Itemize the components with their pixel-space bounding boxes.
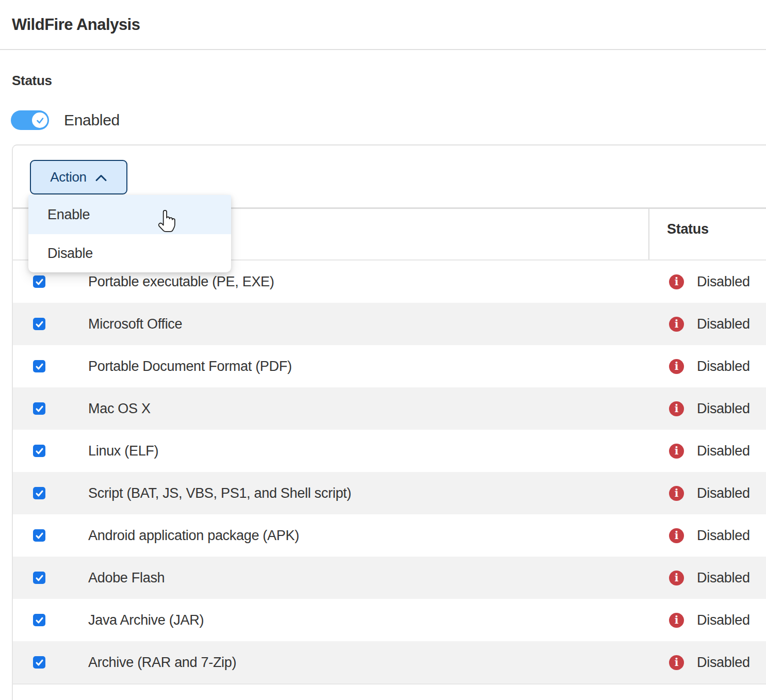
file-type-label: Portable executable (PE, EXE) (88, 274, 274, 290)
info-icon: i (669, 571, 684, 585)
row-status-cell: i Disabled (669, 316, 750, 332)
menu-item-disable[interactable]: Disable (28, 234, 231, 272)
status-value: Disabled (697, 316, 750, 332)
row-checkbox[interactable] (33, 360, 45, 372)
status-toggle[interactable] (11, 110, 49, 130)
chevron-up-icon (95, 169, 107, 185)
file-type-label: Linux (ELF) (88, 443, 158, 459)
info-icon: i (669, 317, 684, 332)
row-checkbox[interactable] (33, 572, 45, 584)
status-value: Disabled (697, 485, 750, 501)
checkbox-check-icon (35, 404, 44, 413)
file-type-label: Java Archive (JAR) (88, 612, 204, 628)
hand-cursor-icon (155, 207, 177, 234)
file-type-label: Archive (RAR and 7-Zip) (88, 655, 236, 671)
table-row: Script (BAT, JS, VBS, PS1, and Shell scr… (13, 472, 766, 514)
row-status-cell: i Disabled (669, 401, 750, 417)
row-checkbox[interactable] (33, 529, 45, 542)
status-value: Disabled (697, 655, 750, 671)
column-header-status: Status (667, 221, 709, 237)
action-button[interactable]: Action (30, 160, 127, 194)
info-icon: i (669, 401, 684, 416)
table-row: Archive (RAR and 7-Zip) i Disabled (13, 641, 766, 683)
row-status-cell: i Disabled (669, 443, 750, 459)
file-type-label: Adobe Flash (88, 570, 165, 586)
status-toggle-label: Enabled (64, 111, 120, 129)
row-checkbox[interactable] (33, 275, 45, 288)
column-divider (648, 209, 649, 259)
table-row: Portable Document Format (PDF) i Disable… (13, 345, 766, 387)
row-checkbox[interactable] (33, 656, 45, 669)
file-type-label: Android application package (APK) (88, 528, 299, 544)
checkbox-check-icon (35, 658, 44, 667)
table-row: Adobe Flash i Disabled (13, 557, 766, 599)
table-row: Mac OS X i Disabled (13, 387, 766, 430)
info-icon: i (669, 359, 684, 374)
status-value: Disabled (697, 612, 750, 628)
row-checkbox[interactable] (33, 487, 45, 499)
row-checkbox[interactable] (33, 402, 45, 415)
row-status-cell: i Disabled (669, 612, 750, 628)
status-value: Disabled (697, 359, 750, 375)
checkbox-check-icon (35, 489, 44, 498)
row-checkbox[interactable] (33, 614, 45, 626)
file-type-label: Mac OS X (88, 401, 151, 417)
action-button-label: Action (50, 169, 86, 185)
row-status-cell: i Disabled (669, 570, 750, 586)
table-row: Microsoft Office i Disabled (13, 303, 766, 345)
row-checkbox[interactable] (33, 445, 45, 457)
menu-item-enable[interactable]: Enable (28, 195, 231, 234)
row-status-cell: i Disabled (669, 528, 750, 544)
status-value: Disabled (697, 570, 750, 586)
checkbox-check-icon (35, 320, 44, 329)
status-value: Disabled (697, 443, 750, 459)
file-type-label: Portable Document Format (PDF) (88, 359, 292, 375)
row-checkbox[interactable] (33, 318, 45, 330)
row-status-cell: i Disabled (669, 359, 750, 375)
table-row: Android application package (APK) i Disa… (13, 514, 766, 557)
info-icon: i (669, 274, 684, 289)
checkbox-check-icon (35, 531, 44, 540)
info-icon: i (669, 486, 684, 501)
status-value: Disabled (697, 528, 750, 544)
status-value: Disabled (697, 401, 750, 417)
info-icon: i (669, 655, 684, 670)
info-icon: i (669, 444, 684, 459)
file-type-label: Script (BAT, JS, VBS, PS1, and Shell scr… (88, 485, 351, 501)
row-status-cell: i Disabled (669, 655, 750, 671)
checkbox-check-icon (35, 616, 44, 625)
page-header: WildFire Analysis (0, 0, 766, 50)
page-title: WildFire Analysis (12, 15, 140, 34)
row-status-cell: i Disabled (669, 485, 750, 501)
table-row: Java Archive (JAR) i Disabled (13, 599, 766, 641)
status-toggle-row: Enabled (11, 110, 120, 130)
action-menu: Enable Disable (28, 195, 231, 272)
toggle-check-icon (31, 111, 48, 129)
status-section-label: Status (12, 73, 52, 89)
info-icon: i (669, 613, 684, 628)
table-body: Portable executable (PE, EXE) i Disabled… (13, 261, 766, 685)
file-type-label: Microsoft Office (88, 316, 182, 332)
table-row: Linux (ELF) i Disabled (13, 430, 766, 472)
row-status-cell: i Disabled (669, 274, 750, 290)
checkbox-check-icon (35, 447, 44, 455)
info-icon: i (669, 528, 684, 543)
checkbox-check-icon (35, 362, 44, 371)
checkbox-check-icon (35, 278, 44, 286)
status-value: Disabled (697, 274, 750, 290)
checkbox-check-icon (35, 574, 44, 582)
